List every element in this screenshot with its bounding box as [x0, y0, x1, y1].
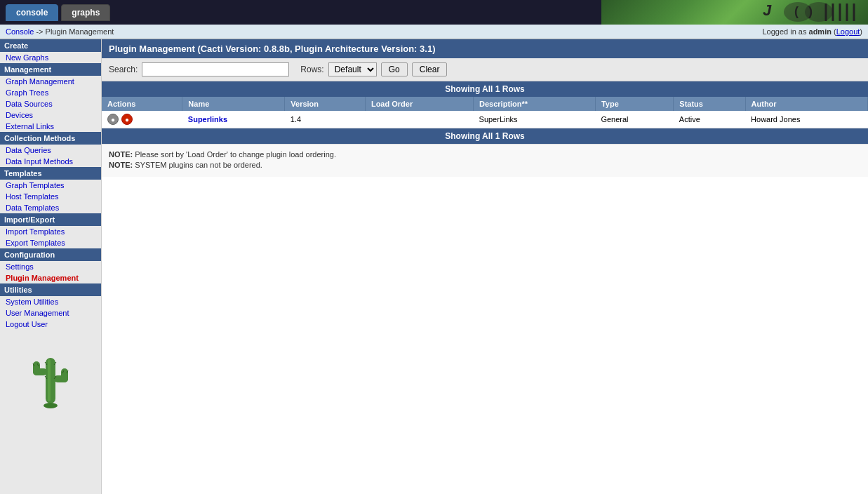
utilities-section-header: Utilities — [0, 283, 101, 296]
showing-rows-bottom: Showing All 1 Rows — [102, 128, 868, 144]
sidebar-item-export-templates[interactable]: Export Templates — [0, 237, 101, 248]
cell-author: Howard Jones — [745, 111, 867, 128]
svg-rect-15 — [48, 359, 51, 401]
sidebar-item-external-links[interactable]: External Links — [0, 121, 101, 132]
col-description: Description** — [474, 97, 596, 111]
sidebar-item-new-graphs[interactable]: New Graphs — [0, 52, 101, 63]
import-export-section-header: Import/Export — [0, 213, 101, 226]
graphs-tab[interactable]: graphs — [61, 4, 110, 21]
sidebar-item-logout-user[interactable]: Logout User — [0, 319, 101, 330]
action-icon-grey[interactable]: ● — [107, 114, 119, 125]
sidebar-item-system-utilities[interactable]: System Utilities — [0, 296, 101, 307]
search-bar: Search: Rows: Default 10 20 50 Go Clear — [102, 58, 868, 81]
header-logo: ( ) J — [601, 0, 868, 25]
table-row: ● ● Superlinks 1.4 SuperLinks General Ac… — [102, 111, 868, 128]
login-info: Logged in as admin (Logout) — [762, 27, 862, 36]
sidebar-item-user-management[interactable]: User Management — [0, 307, 101, 319]
username: admin — [809, 27, 832, 36]
page-title: Plugin Management (Cacti Version: 0.8.8b… — [109, 44, 435, 54]
svg-rect-12 — [33, 361, 40, 375]
templates-section-header: Templates — [0, 167, 101, 180]
cell-type: General — [595, 111, 673, 128]
cell-actions: ● ● — [102, 111, 182, 128]
svg-text:(: ( — [794, 4, 799, 18]
cell-version: 1.4 — [285, 111, 366, 128]
col-version: Version — [285, 97, 366, 111]
main-layout: Create New Graphs Management Graph Manag… — [0, 39, 868, 494]
header: console graphs ( ) J — [0, 0, 868, 25]
col-author: Author — [745, 97, 867, 111]
management-section-header: Management — [0, 63, 101, 76]
content-area: Plugin Management (Cacti Version: 0.8.8b… — [102, 39, 868, 494]
col-name: Name — [182, 97, 285, 111]
collection-section-header: Collection Methods — [0, 132, 101, 145]
col-type: Type — [595, 97, 673, 111]
sidebar-item-data-queries[interactable]: Data Queries — [0, 145, 101, 156]
sidebar-item-graph-trees[interactable]: Graph Trees — [0, 87, 101, 98]
rows-label: Rows: — [300, 65, 323, 74]
note-1: NOTE: Please sort by 'Load Order' to cha… — [109, 150, 861, 159]
go-button[interactable]: Go — [381, 62, 408, 76]
rows-select[interactable]: Default 10 20 50 — [328, 62, 377, 76]
cactus-illustration — [0, 330, 101, 428]
plugin-name-link[interactable]: Superlinks — [188, 115, 227, 124]
cell-status: Active — [674, 111, 745, 128]
col-actions: Actions — [102, 97, 182, 111]
breadcrumb-bar: Console -> Plugin Management Logged in a… — [0, 25, 868, 39]
svg-point-16 — [44, 403, 58, 408]
sidebar-item-data-input-methods[interactable]: Data Input Methods — [0, 156, 101, 167]
sidebar-item-data-templates[interactable]: Data Templates — [0, 202, 101, 213]
create-section-header: Create — [0, 39, 101, 52]
breadcrumb: Console -> Plugin Management — [6, 27, 114, 36]
sidebar-item-data-sources[interactable]: Data Sources — [0, 98, 101, 109]
col-status: Status — [674, 97, 745, 111]
breadcrumb-separator: -> — [34, 27, 45, 36]
sidebar-item-plugin-management[interactable]: Plugin Management — [0, 272, 101, 283]
console-tab[interactable]: console — [6, 4, 58, 21]
sidebar-item-settings[interactable]: Settings — [0, 261, 101, 272]
data-table: Actions Name Version Load Order Descript… — [102, 97, 868, 128]
sidebar-item-host-templates[interactable]: Host Templates — [0, 191, 101, 202]
clear-button[interactable]: Clear — [412, 62, 448, 76]
showing-rows-top: Showing All 1 Rows — [102, 81, 868, 97]
col-load-order: Load Order — [365, 97, 473, 111]
svg-text:): ) — [808, 4, 813, 18]
breadcrumb-current: Plugin Management — [46, 27, 114, 36]
sidebar-item-graph-management[interactable]: Graph Management — [0, 76, 101, 87]
sidebar-item-devices[interactable]: Devices — [0, 109, 101, 121]
notes-section: NOTE: Please sort by 'Load Order' to cha… — [102, 144, 868, 177]
action-icon-red[interactable]: ● — [121, 114, 133, 125]
page-header: Plugin Management (Cacti Version: 0.8.8b… — [102, 39, 868, 58]
search-input[interactable] — [142, 62, 289, 76]
sidebar-item-import-templates[interactable]: Import Templates — [0, 226, 101, 237]
logged-in-text: Logged in as — [762, 27, 808, 36]
configuration-section-header: Configuration — [0, 248, 101, 261]
cell-name: Superlinks — [182, 111, 285, 128]
cell-description: SuperLinks — [474, 111, 596, 128]
svg-text:J: J — [763, 1, 772, 19]
action-icons: ● ● — [107, 114, 177, 125]
sidebar: Create New Graphs Management Graph Manag… — [0, 39, 102, 494]
breadcrumb-home[interactable]: Console — [6, 27, 34, 36]
table-header-row: Actions Name Version Load Order Descript… — [102, 97, 868, 111]
cell-load-order — [365, 111, 473, 128]
logout-link[interactable]: Logout — [836, 27, 860, 36]
note-2: NOTE: SYSTEM plugins can not be ordered. — [109, 161, 861, 169]
sidebar-item-graph-templates[interactable]: Graph Templates — [0, 180, 101, 191]
search-label: Search: — [109, 65, 138, 74]
svg-rect-14 — [61, 368, 68, 382]
